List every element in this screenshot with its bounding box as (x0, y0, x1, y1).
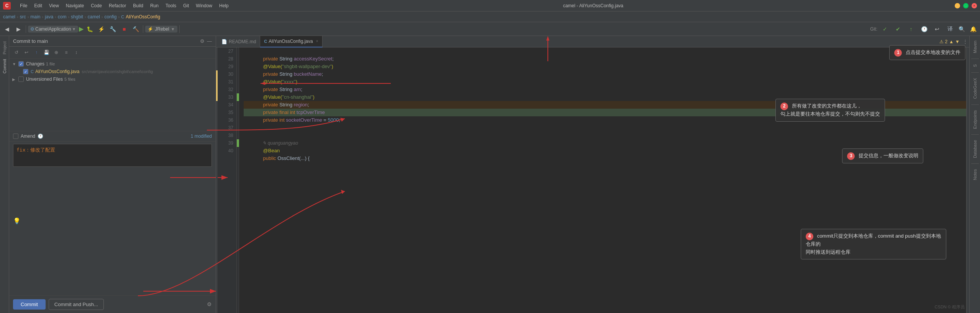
vcs-push-btn[interactable]: ↑ (32, 48, 41, 57)
line-num-36: 36 (218, 116, 233, 124)
run-config-group: ⚙ CamelApplication ▼ (28, 26, 78, 33)
minimize-button[interactable]: — (955, 3, 960, 8)
git-undo-button[interactable]: ↩ (932, 24, 942, 34)
split-editor-icon[interactable]: ⋮ (963, 39, 968, 44)
commit-buttons: Commit Commit and Push... ⚙ (9, 295, 216, 313)
code-line-27: private String accessKeySecret; (244, 47, 966, 55)
menu-code[interactable]: Code (88, 2, 105, 9)
sidebar-endpoints[interactable]: Endpoints (971, 107, 979, 132)
profile-button[interactable]: 🔧 (107, 24, 118, 34)
editor-scrollbar[interactable] (966, 47, 969, 313)
app-logo: C (3, 2, 11, 10)
breadcrumb-main[interactable]: main (30, 14, 40, 20)
commit-tab[interactable]: Commit (2, 57, 8, 76)
commit-button[interactable]: Commit (13, 299, 46, 310)
breadcrumb-src[interactable]: src (20, 14, 26, 20)
git-push-button[interactable]: ↑ (906, 24, 916, 34)
vcs-refresh-btn[interactable]: ↺ (12, 48, 21, 57)
run-config-arrow: ▼ (72, 27, 76, 31)
menu-navigate[interactable]: Navigate (63, 2, 87, 9)
changes-checkbox[interactable]: ✓ (18, 61, 24, 67)
sidebar-codegeeX[interactable]: CodeGeeX (971, 75, 979, 102)
project-tab[interactable]: Project (2, 39, 8, 57)
code-content[interactable]: private String accessKeySecret; @Value("… (239, 47, 966, 313)
bottom-settings-icon[interactable]: ⚙ (207, 301, 212, 307)
line-num-34: 34 (218, 101, 233, 109)
line-num-38: 38 (218, 132, 233, 139)
maximize-button[interactable]: □ (963, 3, 969, 8)
menu-window[interactable]: Window (193, 2, 215, 9)
warning-up-icon[interactable]: ▲ (949, 39, 954, 44)
vcs-expand-btn[interactable]: ≡ (62, 48, 70, 57)
git-history-button[interactable]: 🕐 (919, 24, 929, 34)
vcs-save-btn[interactable]: 💾 (42, 48, 51, 57)
file-checkbox[interactable]: ✓ (23, 69, 28, 74)
menu-help[interactable]: Help (216, 2, 232, 9)
changes-count: 1 file (46, 62, 55, 66)
debug-button[interactable]: 🐛 (84, 24, 95, 34)
breadcrumb-java[interactable]: java (45, 14, 53, 20)
vcs-diff-btn[interactable]: ⊕ (52, 48, 61, 57)
menu-view[interactable]: View (46, 2, 62, 9)
amend-checkbox[interactable] (13, 134, 18, 139)
close-button[interactable]: × (972, 3, 977, 8)
tab-readme-label: README.md (229, 39, 256, 44)
modified-badge: 1 modified (191, 134, 212, 139)
window-controls: — □ × (955, 3, 977, 8)
changes-group[interactable]: ▼ ✓ Changes 1 file (9, 60, 216, 68)
sidebar-maven[interactable]: Maven (971, 37, 979, 56)
breadcrumb-camel[interactable]: camel (3, 14, 15, 20)
tab-close-icon[interactable]: × (316, 39, 318, 43)
panel-settings-icon[interactable]: ⚙ (200, 38, 205, 44)
line-num-39: 39 (218, 139, 233, 147)
menu-file[interactable]: File (17, 2, 30, 9)
menu-edit[interactable]: Edit (31, 2, 45, 9)
search-button[interactable]: 🔍 (956, 24, 967, 34)
menu-build[interactable]: Build (130, 2, 146, 9)
breadcrumb-camel2[interactable]: camel (88, 14, 100, 20)
jrebel-group: ⚡ JRebel ▼ (145, 26, 177, 33)
stop-button[interactable]: ■ (119, 24, 129, 34)
coverage-button[interactable]: ⚡ (96, 24, 107, 34)
change-marker-35 (237, 93, 239, 101)
menu-run[interactable]: Run (147, 2, 162, 9)
vcs-sort-btn[interactable]: ↕ (72, 48, 80, 57)
warning-down-icon[interactable]: ▼ (955, 39, 960, 44)
git-check-button[interactable]: ✓ (880, 24, 890, 34)
panel-minimize-icon[interactable]: — (207, 38, 212, 44)
run-button[interactable]: ▶ (79, 25, 84, 33)
breadcrumb-shgbit[interactable]: shgbit (71, 14, 83, 20)
sep-3 (179, 25, 180, 33)
commit-message-input[interactable]: fix：修改了配置 (13, 144, 212, 167)
git-check2-button[interactable]: ✔ (893, 24, 903, 34)
line-num-31: 31 (218, 78, 233, 86)
editor-area: 📄 README.md C AliYunOssConfig.java × ⚠ 2… (216, 36, 969, 313)
breadcrumb-com[interactable]: com (58, 14, 67, 20)
tab-readme[interactable]: 📄 README.md (218, 36, 260, 47)
sep-2 (143, 25, 143, 33)
unversioned-checkbox[interactable] (18, 77, 24, 82)
sidebar-database[interactable]: Database (971, 137, 979, 161)
sidebar-s[interactable]: S (971, 61, 979, 70)
settings-button[interactable]: 🔔 (968, 24, 978, 34)
file-item[interactable]: ✓ C AliYunOssConfig.java src\main\java\c… (9, 68, 216, 75)
vcs-undo-btn[interactable]: ↩ (22, 48, 31, 57)
code-line-29: private String bucketName; (244, 63, 966, 70)
menu-refactor[interactable]: Refactor (106, 2, 129, 9)
line-num-27: 27 (218, 47, 233, 55)
tab-aliyun[interactable]: C AliYunOssConfig.java × (260, 36, 322, 47)
breadcrumb-sep-6: › (85, 15, 86, 19)
forward-button[interactable]: ▶ (13, 24, 24, 34)
menu-git[interactable]: Git (180, 2, 192, 9)
changes-arrow: ▼ (12, 62, 17, 66)
back-button[interactable]: ◀ (2, 24, 12, 34)
unversioned-group[interactable]: ▶ Unversioned Files 5 files (9, 75, 216, 83)
breadcrumb-config[interactable]: config (104, 14, 116, 20)
rebuild-button[interactable]: 🔨 (130, 24, 141, 34)
panel-title: Commit to main (13, 38, 48, 44)
menu-tools[interactable]: Tools (162, 2, 179, 9)
sidebar-notes[interactable]: Notes (971, 166, 979, 183)
git-translate-button[interactable]: 译 (945, 24, 955, 34)
commit-push-button[interactable]: Commit and Push... (49, 299, 104, 310)
tooltip-3-text: 提交信息，一般做改变说明 (859, 153, 918, 158)
